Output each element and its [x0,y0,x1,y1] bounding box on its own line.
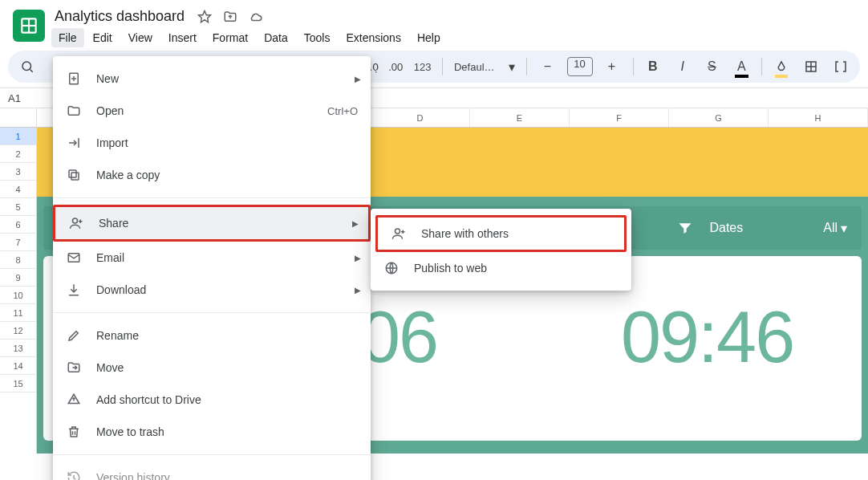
menu-edit[interactable]: Edit [86,28,120,47]
row-header[interactable]: 3 [0,163,36,181]
submenu-arrow-icon: ▶ [355,286,361,295]
file-menu-new[interactable]: New ▶ [53,63,371,95]
email-icon [66,250,82,265]
sheets-app-icon[interactable] [13,10,45,42]
font-family-select[interactable]: Defaul… ▾ [449,59,520,75]
row-header[interactable]: 1 [0,128,36,145]
increase-decimal-button[interactable]: .00 [385,61,406,73]
drive-shortcut-icon [66,393,82,407]
import-icon [66,136,82,150]
chevron-down-icon: ▾ [841,221,847,236]
share-submenu-popup: Share with others Publish to web [371,209,631,291]
text-color-button[interactable]: A [728,52,755,81]
row-header[interactable]: 13 [0,340,36,357]
file-menu-share[interactable]: Share ▶ [55,207,368,239]
history-icon [66,470,82,480]
rename-icon [66,328,82,343]
publish-to-web[interactable]: Publish to web [371,252,631,284]
docs-header: Analytics dashboard File Edit View Inser… [0,0,868,47]
borders-button[interactable] [797,52,824,81]
file-menu-add-shortcut[interactable]: Add shortcut to Drive [53,384,371,416]
svg-point-15 [73,218,78,223]
file-menu-make-copy[interactable]: Make a copy [53,159,371,191]
metric-big-number-1: 06 [360,296,437,379]
filter-dates-label[interactable]: Dates [709,221,743,235]
select-all-corner[interactable] [0,108,36,128]
cloud-status-icon[interactable] [249,10,263,24]
number-format-button[interactable]: 123 [409,52,436,81]
globe-icon [383,261,400,275]
metric-big-number-2: 09:46 [621,296,793,379]
person-add-icon [68,216,84,230]
row-header[interactable]: 2 [0,145,36,163]
column-header[interactable]: D [371,108,470,127]
increase-fontsize-button[interactable]: + [598,52,627,81]
chevron-down-icon: ▾ [509,59,515,75]
strikethrough-button[interactable]: S [699,52,725,81]
submenu-arrow-icon: ▶ [352,219,359,228]
file-menu-import[interactable]: Import [53,127,371,159]
copy-icon [66,168,82,182]
file-menu-move[interactable]: Move [53,352,371,384]
file-menu-trash[interactable]: Move to trash [53,416,371,448]
new-sheet-icon [66,71,82,86]
svg-rect-13 [71,173,79,180]
submenu-arrow-icon: ▶ [355,75,361,83]
star-icon[interactable] [197,10,212,24]
row-header[interactable]: 7 [0,234,36,251]
menu-extensions[interactable]: Extensions [339,28,408,47]
shortcut-label: Ctrl+O [327,105,358,117]
file-menu-download[interactable]: Download ▶ [53,274,371,306]
trash-icon [66,425,82,439]
menu-view[interactable]: View [121,28,160,47]
file-menu-version-history[interactable]: Version history [53,462,371,480]
menubar: File Edit View Insert Format Data Tools … [51,28,448,47]
column-header[interactable]: H [769,108,868,127]
person-add-icon [391,226,407,241]
file-menu-popup: New ▶ Open Ctrl+O Import Make a copy Sha… [53,56,371,480]
file-menu-open[interactable]: Open Ctrl+O [53,95,371,127]
row-header[interactable]: 12 [0,322,36,340]
row-header[interactable]: 9 [0,269,36,287]
file-menu-email[interactable]: Email ▶ [53,242,371,274]
column-header[interactable]: G [669,108,769,127]
svg-line-6 [30,69,33,71]
row-header[interactable]: 6 [0,216,36,234]
column-header[interactable]: F [570,108,669,127]
submenu-arrow-icon: ▶ [355,254,361,262]
download-icon [66,283,82,297]
menu-format[interactable]: Format [205,28,255,47]
svg-point-21 [395,229,400,234]
menu-insert[interactable]: Insert [161,28,204,47]
row-header[interactable]: 4 [0,181,36,198]
file-menu-rename[interactable]: Rename [53,319,371,352]
menu-tools[interactable]: Tools [297,28,338,47]
menu-data[interactable]: Data [257,28,295,47]
move-to-folder-icon[interactable] [223,10,237,24]
fontsize-input[interactable]: 10 [567,57,593,76]
toolbar-search-icon[interactable] [14,52,41,81]
column-header[interactable]: E [470,108,570,127]
row-header[interactable]: 5 [0,198,36,216]
svg-rect-14 [69,170,76,177]
row-header[interactable]: 10 [0,287,36,304]
decrease-fontsize-button[interactable]: − [533,52,562,81]
merge-cells-button[interactable] [827,52,854,81]
folder-open-icon [66,104,82,118]
filter-icon [677,220,693,236]
move-folder-icon [66,360,82,375]
bold-button[interactable]: B [639,52,666,81]
filter-all-dropdown[interactable]: All ▾ [823,221,847,236]
fill-color-button[interactable] [769,52,795,81]
row-header[interactable]: 8 [0,251,36,269]
row-header[interactable]: 14 [0,357,36,375]
doc-title[interactable]: Analytics dashboard [51,6,188,26]
svg-marker-4 [199,10,211,22]
share-with-others[interactable]: Share with others [378,218,624,250]
row-header[interactable]: 11 [0,304,36,322]
namebox[interactable]: A1 [0,92,37,104]
italic-button[interactable]: I [669,52,696,81]
menu-file[interactable]: File [51,28,84,47]
row-header[interactable]: 15 [0,375,36,393]
menu-help[interactable]: Help [410,28,448,47]
